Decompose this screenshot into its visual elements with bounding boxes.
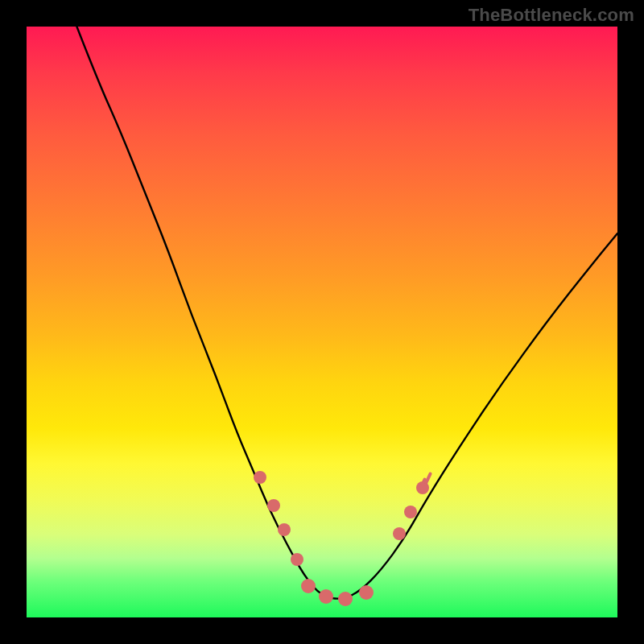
bottleneck-curve <box>76 27 617 599</box>
curve-path <box>76 27 617 599</box>
curve-marker <box>338 592 353 606</box>
curve-marker <box>278 523 291 536</box>
curve-svg <box>27 27 617 617</box>
curve-marker <box>404 506 417 518</box>
curve-marker <box>319 589 333 604</box>
plot-area <box>27 27 617 617</box>
watermark-text: TheBottleneck.com <box>469 5 634 26</box>
chart-frame: TheBottleneck.com <box>0 0 644 644</box>
curve-marker <box>291 553 303 566</box>
curve-marker <box>301 579 316 593</box>
curve-marker <box>359 585 374 600</box>
curve-marker <box>393 527 406 540</box>
curve-marker <box>267 499 280 512</box>
highlighted-range-markers <box>254 471 432 606</box>
curve-marker <box>254 471 266 484</box>
